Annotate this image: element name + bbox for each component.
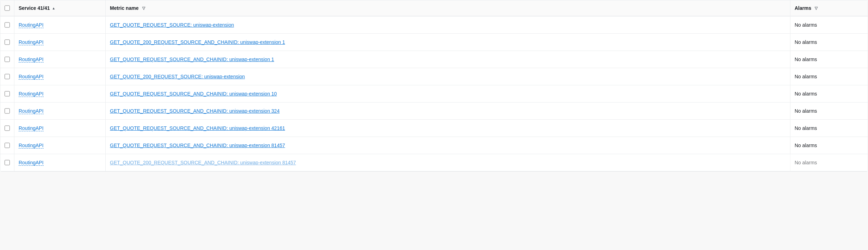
row-metric: GET_QUOTE_REQUEST_SOURCE_AND_CHAINID: un… [106, 85, 790, 102]
row-service: RoutingAPI [14, 120, 106, 137]
row-alarms: No alarms [790, 34, 868, 51]
row-service: RoutingAPI [14, 154, 106, 171]
metric-link[interactable]: GET_QUOTE_200_REQUEST_SOURCE_AND_CHAINID… [110, 160, 296, 165]
row-alarms: No alarms [790, 154, 868, 171]
table-row: RoutingAPIGET_QUOTE_REQUEST_SOURCE_AND_C… [0, 137, 868, 154]
service-link[interactable]: RoutingAPI [19, 39, 44, 45]
row-checkbox[interactable] [5, 125, 10, 131]
row-service: RoutingAPI [14, 137, 106, 154]
table-row: RoutingAPIGET_QUOTE_200_REQUEST_SOURCE_A… [0, 154, 868, 171]
metric-filter-icon: ▽ [142, 6, 145, 11]
metric-link[interactable]: GET_QUOTE_REQUEST_SOURCE_AND_CHAINID: un… [110, 57, 274, 62]
header-alarms-label: Alarms [795, 5, 811, 11]
service-link[interactable]: RoutingAPI [19, 125, 44, 131]
row-service: RoutingAPI [14, 68, 106, 85]
service-link[interactable]: RoutingAPI [19, 22, 44, 28]
row-checkbox-cell [0, 68, 14, 85]
table-row: RoutingAPIGET_QUOTE_REQUEST_SOURCE_AND_C… [0, 51, 868, 68]
row-checkbox[interactable] [5, 57, 10, 62]
row-metric: GET_QUOTE_REQUEST_SOURCE_AND_CHAINID: un… [106, 103, 790, 119]
table-row: RoutingAPIGET_QUOTE_REQUEST_SOURCE_AND_C… [0, 103, 868, 120]
row-alarms: No alarms [790, 51, 868, 68]
row-checkbox-cell [0, 103, 14, 119]
row-service: RoutingAPI [14, 17, 106, 33]
header-metric[interactable]: Metric name ▽ [106, 0, 790, 16]
row-checkbox-cell [0, 17, 14, 33]
row-checkbox[interactable] [5, 74, 10, 79]
row-checkbox-cell [0, 34, 14, 51]
header-checkbox-cell [0, 0, 14, 16]
table-row: RoutingAPIGET_QUOTE_REQUEST_SOURCE: unis… [0, 17, 868, 34]
row-checkbox[interactable] [5, 22, 10, 28]
service-link[interactable]: RoutingAPI [19, 74, 44, 80]
select-all-checkbox[interactable] [5, 5, 10, 11]
table-row: RoutingAPIGET_QUOTE_200_REQUEST_SOURCE: … [0, 68, 868, 85]
table-header: Service 41/41 ▲ Metric name ▽ Alarms ▽ [0, 0, 868, 17]
row-checkbox-cell [0, 51, 14, 68]
row-metric: GET_QUOTE_REQUEST_SOURCE_AND_CHAINID: un… [106, 120, 790, 137]
metric-link[interactable]: GET_QUOTE_200_REQUEST_SOURCE: uniswap-ex… [110, 74, 245, 79]
table-row: RoutingAPIGET_QUOTE_200_REQUEST_SOURCE_A… [0, 34, 868, 51]
row-service: RoutingAPI [14, 85, 106, 102]
header-service[interactable]: Service 41/41 ▲ [14, 0, 106, 16]
row-metric: GET_QUOTE_200_REQUEST_SOURCE_AND_CHAINID… [106, 154, 790, 171]
metric-link[interactable]: GET_QUOTE_REQUEST_SOURCE_AND_CHAINID: un… [110, 91, 277, 97]
alarms-filter-icon: ▽ [815, 6, 817, 11]
service-link[interactable]: RoutingAPI [19, 108, 44, 114]
row-service: RoutingAPI [14, 103, 106, 119]
service-link[interactable]: RoutingAPI [19, 143, 44, 149]
row-checkbox-cell [0, 154, 14, 171]
service-link[interactable]: RoutingAPI [19, 91, 44, 97]
table-body: RoutingAPIGET_QUOTE_REQUEST_SOURCE: unis… [0, 17, 868, 171]
row-alarms: No alarms [790, 17, 868, 33]
row-checkbox-cell [0, 137, 14, 154]
service-link[interactable]: RoutingAPI [19, 57, 44, 63]
row-alarms: No alarms [790, 85, 868, 102]
metrics-table: Service 41/41 ▲ Metric name ▽ Alarms ▽ R… [0, 0, 868, 172]
row-checkbox-cell [0, 85, 14, 102]
header-alarms[interactable]: Alarms ▽ [790, 0, 868, 16]
row-checkbox-cell [0, 120, 14, 137]
row-alarms: No alarms [790, 103, 868, 119]
row-metric: GET_QUOTE_REQUEST_SOURCE: uniswap-extens… [106, 17, 790, 33]
row-checkbox[interactable] [5, 39, 10, 45]
row-checkbox[interactable] [5, 108, 10, 114]
row-service: RoutingAPI [14, 34, 106, 51]
service-link[interactable]: RoutingAPI [19, 160, 44, 166]
row-alarms: No alarms [790, 120, 868, 137]
metric-link[interactable]: GET_QUOTE_REQUEST_SOURCE: uniswap-extens… [110, 22, 234, 28]
table-row: RoutingAPIGET_QUOTE_REQUEST_SOURCE_AND_C… [0, 85, 868, 103]
row-metric: GET_QUOTE_REQUEST_SOURCE_AND_CHAINID: un… [106, 51, 790, 68]
metric-link[interactable]: GET_QUOTE_REQUEST_SOURCE_AND_CHAINID: un… [110, 143, 285, 148]
metric-link[interactable]: GET_QUOTE_200_REQUEST_SOURCE_AND_CHAINID… [110, 39, 285, 45]
row-service: RoutingAPI [14, 51, 106, 68]
header-service-label: Service 41/41 [19, 5, 50, 11]
header-metric-label: Metric name [110, 5, 139, 11]
sort-asc-icon: ▲ [52, 6, 55, 10]
row-checkbox[interactable] [5, 160, 10, 165]
row-checkbox[interactable] [5, 143, 10, 148]
row-alarms: No alarms [790, 68, 868, 85]
row-metric: GET_QUOTE_200_REQUEST_SOURCE: uniswap-ex… [106, 68, 790, 85]
table-row: RoutingAPIGET_QUOTE_REQUEST_SOURCE_AND_C… [0, 120, 868, 137]
row-metric: GET_QUOTE_200_REQUEST_SOURCE_AND_CHAINID… [106, 34, 790, 51]
row-metric: GET_QUOTE_REQUEST_SOURCE_AND_CHAINID: un… [106, 137, 790, 154]
metric-link[interactable]: GET_QUOTE_REQUEST_SOURCE_AND_CHAINID: un… [110, 125, 285, 131]
row-checkbox[interactable] [5, 91, 10, 97]
metric-link[interactable]: GET_QUOTE_REQUEST_SOURCE_AND_CHAINID: un… [110, 108, 280, 114]
row-alarms: No alarms [790, 137, 868, 154]
